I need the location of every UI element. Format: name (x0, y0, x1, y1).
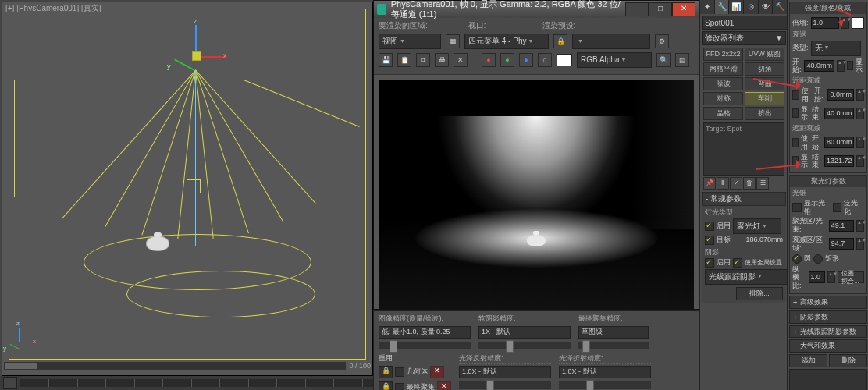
close-button[interactable]: ✕ (672, 2, 695, 16)
modifier-stack[interactable]: Target Spot (703, 122, 784, 176)
decay-show-checkbox[interactable] (847, 61, 853, 70)
clear-fg-button[interactable]: ✕ (437, 381, 451, 390)
minimize-button[interactable]: _ (625, 2, 649, 16)
copy-icon[interactable]: 📋 (397, 53, 411, 67)
gloss-refract-value[interactable]: 1.0X - 默认 (559, 366, 651, 378)
image-precision-slider[interactable] (379, 342, 471, 349)
area-select[interactable]: 视图▼ (379, 34, 441, 49)
mono-swatch[interactable] (557, 54, 572, 66)
mod-lattice[interactable]: 晶格 (703, 107, 743, 120)
zoom-icon[interactable]: 🔍 (656, 53, 671, 67)
near-end-input[interactable]: 40.0mm (824, 108, 854, 119)
shadow-params-rollout[interactable]: +阴影参数 (789, 310, 867, 324)
final-gather-slider[interactable] (578, 342, 649, 349)
decay-start-input[interactable]: 40.0mm (804, 60, 834, 72)
rendered-image[interactable] (379, 80, 694, 310)
modifier-list-dropdown[interactable]: 修改器列表▼ (702, 31, 786, 45)
rect-radio[interactable] (813, 254, 823, 264)
near-start-input[interactable]: 0.0mm (827, 89, 854, 101)
shadow-type-select[interactable]: 光线跟踪阴影▼ (705, 269, 791, 285)
soft-shadow-slider[interactable] (478, 342, 571, 349)
atmosphere-list[interactable] (789, 369, 867, 390)
bitmap-fit-button[interactable]: 位图拟合... (838, 271, 864, 283)
overshoot-checkbox[interactable] (833, 203, 842, 212)
far-end-input[interactable]: 1321.72 (824, 155, 854, 167)
time-slider[interactable] (20, 379, 376, 387)
add-button[interactable]: 添加 (789, 354, 827, 367)
mod-extrude[interactable]: 挤出 (745, 107, 784, 120)
delete-button[interactable]: 删除 (829, 354, 867, 367)
mod-chamfer[interactable]: 切角 (745, 62, 784, 76)
pin-stack-icon[interactable]: 📌 (703, 177, 716, 190)
print-icon[interactable]: 🖶 (435, 53, 449, 67)
light-color-swatch[interactable] (852, 17, 864, 29)
mod-meshsmooth[interactable]: 网格平滑 (703, 62, 743, 76)
near-use-checkbox[interactable] (792, 90, 799, 100)
preset-select[interactable]: ▼ (572, 34, 650, 49)
unique-icon[interactable]: ✓ (730, 177, 742, 190)
channel-select[interactable]: RGB Alpha▼ (577, 52, 652, 68)
maximize-button[interactable]: □ (649, 2, 672, 16)
utilities-tab-icon[interactable]: 🔨 (773, 0, 788, 14)
raytrace-shadow-rollout[interactable]: +光线跟踪阴影参数 (789, 325, 867, 339)
lock-fg-icon[interactable]: 🔒 (379, 381, 393, 390)
viewport[interactable]: [+] [PhysCamera001] [真实] (2, 2, 373, 376)
far-start-input[interactable]: 80.0mm (824, 136, 854, 148)
spinner[interactable]: ▲▼ (841, 17, 849, 29)
mod-symmetry[interactable]: 对称 (703, 92, 743, 105)
mod-noise[interactable]: 噪波 (703, 77, 743, 90)
show-cone-checkbox[interactable] (792, 203, 802, 212)
render-setup-icon[interactable]: ⚙ (655, 34, 669, 48)
rollout-header[interactable]: -常规参数 (702, 192, 786, 206)
atmosphere-rollout[interactable]: -大气和效果 (789, 339, 867, 353)
gloss-reflect-slider[interactable] (459, 381, 551, 389)
channel-b-icon[interactable]: ● (519, 53, 533, 67)
exclude-button[interactable]: 排除... (736, 287, 783, 300)
mod-bend[interactable]: 弯曲 (745, 77, 784, 90)
mod-uvw[interactable]: UVW 贴图 (745, 48, 784, 61)
final-gather-value[interactable]: 草图级 (578, 326, 649, 339)
toggle-ui-icon[interactable]: ▤ (675, 53, 689, 67)
save-image-icon[interactable]: 💾 (379, 53, 393, 67)
clear-icon[interactable]: ✕ (454, 53, 468, 67)
viewport-scrollbar[interactable] (4, 362, 346, 370)
viewport-canvas[interactable]: z x y z x y (9, 9, 366, 360)
gloss-refract-slider[interactable] (559, 381, 651, 389)
aspect-input[interactable]: 1.0 (809, 271, 826, 283)
hierarchy-tab-icon[interactable]: 📊 (729, 0, 744, 14)
decay-type-select[interactable]: 无▼ (811, 41, 861, 56)
viewport-select[interactable]: 四元菜单 4 - Phy▼ (464, 34, 549, 49)
advanced-effects-rollout[interactable]: +高级效果 (789, 296, 867, 309)
channel-r-icon[interactable]: ● (482, 53, 496, 67)
motion-tab-icon[interactable]: ⊙ (744, 0, 759, 14)
far-show-checkbox[interactable] (792, 156, 799, 165)
intensity-rollout-header[interactable]: 强度/颜色/衰减 (790, 2, 866, 14)
circle-radio[interactable] (792, 254, 802, 264)
clear-geom-button[interactable]: ✕ (430, 366, 444, 378)
show-end-icon[interactable]: Ⅱ (717, 177, 729, 190)
region-icon[interactable]: ▦ (446, 34, 460, 48)
lock-geom-icon[interactable]: 🔒 (379, 366, 393, 378)
teapot-object[interactable] (146, 236, 169, 251)
hotspot-input[interactable]: 49.1 (829, 220, 854, 232)
timeline-config-icon[interactable] (3, 377, 17, 389)
channel-g-icon[interactable]: ● (500, 53, 514, 67)
gloss-reflect-value[interactable]: 1.0X - 默认 (459, 366, 551, 378)
timeline[interactable] (0, 376, 379, 390)
light-type-select[interactable]: 聚光灯▼ (733, 218, 781, 234)
enable-shadow-checkbox[interactable] (705, 258, 714, 268)
channel-a-icon[interactable]: ○ (538, 53, 552, 67)
geometry-checkbox[interactable] (395, 367, 404, 377)
image-precision-value[interactable]: 低: 最小1.0, 质量 0.25 (379, 326, 471, 339)
soft-shadow-value[interactable]: 1X - 默认 (478, 326, 571, 339)
lock-viewport-icon[interactable]: 🔒 (553, 34, 567, 48)
display-tab-icon[interactable]: 👁 (759, 0, 774, 14)
mod-lathe[interactable]: 车削 (745, 92, 784, 105)
spotlight-rollout-header[interactable]: 聚光灯参数 (790, 176, 866, 187)
create-tab-icon[interactable]: ✦ (700, 0, 715, 14)
fg-checkbox[interactable] (395, 383, 404, 390)
clone-icon[interactable]: ⧉ (416, 53, 430, 67)
multiplier-input[interactable]: 1.0 (811, 17, 839, 29)
near-show-checkbox[interactable] (792, 108, 799, 118)
enable-light-checkbox[interactable] (705, 222, 714, 231)
